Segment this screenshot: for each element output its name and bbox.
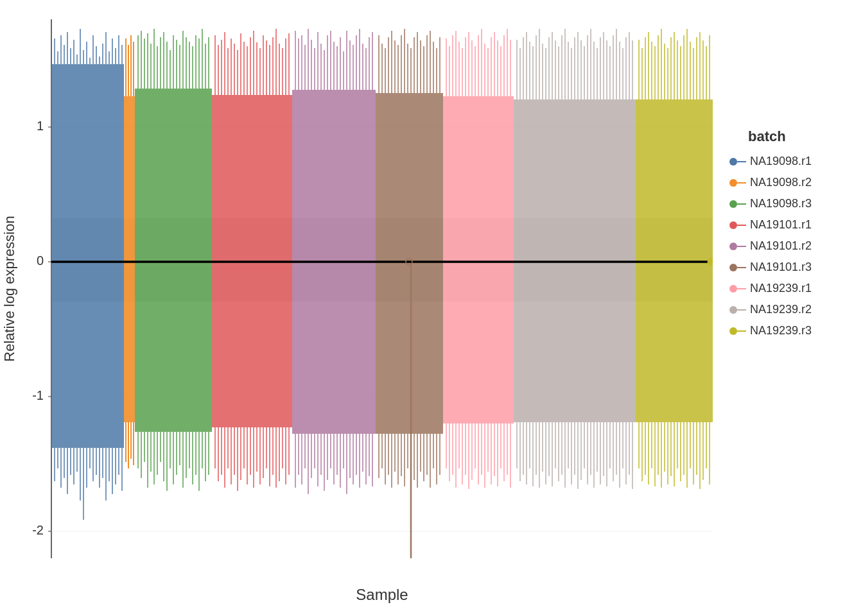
main-chart: 1 0 -1 -2 Relative log expression Sample	[0, 0, 863, 616]
ytick-label-minus1: -1	[32, 388, 44, 402]
svg-rect-207	[376, 93, 443, 262]
legend-dot-4	[729, 221, 737, 229]
batch-na19098-r1	[51, 29, 124, 520]
svg-rect-370	[636, 262, 713, 422]
batch-na19098-r3	[135, 29, 212, 491]
ytick-label-0: 0	[37, 253, 44, 268]
svg-rect-294	[514, 262, 636, 422]
legend-dot-3	[729, 200, 737, 208]
svg-rect-58	[135, 262, 212, 432]
svg-rect-57	[135, 89, 212, 262]
svg-rect-47	[124, 96, 135, 262]
svg-rect-106	[212, 262, 292, 427]
svg-rect-156	[292, 262, 376, 434]
legend-label-8: NA19239.r2	[750, 303, 812, 316]
legend-label-4: NA19101.r1	[750, 218, 812, 231]
legend-dot-7	[729, 285, 737, 293]
legend-dot-6	[729, 264, 737, 271]
ytick-label-minus2: -2	[32, 523, 44, 537]
legend-dot-2	[729, 179, 737, 187]
batch-na19101-r1	[212, 29, 292, 491]
svg-rect-105	[212, 95, 292, 262]
svg-rect-250	[443, 262, 514, 424]
x-axis-label: Sample	[356, 586, 408, 603]
svg-rect-48	[124, 262, 135, 422]
legend-dot-9	[729, 327, 737, 335]
legend-label-5: NA19101.r2	[750, 239, 812, 252]
svg-rect-1	[51, 64, 124, 262]
legend-label-9: NA19239.r3	[750, 324, 812, 337]
batch-na19098-r2	[124, 35, 135, 468]
legend-dot-1	[729, 158, 737, 166]
svg-rect-155	[292, 90, 376, 262]
svg-rect-208	[376, 262, 443, 434]
ytick-label-1: 1	[37, 119, 44, 133]
legend-label-3: NA19098.r3	[750, 197, 812, 210]
svg-rect-369	[636, 99, 713, 262]
legend-dot-8	[729, 306, 737, 314]
y-axis-label: Relative log expression	[1, 216, 17, 361]
legend-label-2: NA19098.r2	[750, 176, 812, 189]
svg-rect-293	[514, 99, 636, 262]
svg-rect-2	[51, 262, 124, 448]
legend-label-6: NA19101.r3	[750, 261, 812, 273]
legend-label-1: NA19098.r1	[750, 155, 812, 167]
svg-rect-249	[443, 96, 514, 262]
batch-na19239-r1	[443, 29, 514, 489]
chart-container: 1 0 -1 -2 Relative log expression Sample	[0, 0, 863, 616]
legend-dot-5	[729, 243, 737, 250]
legend-label-7: NA19239.r1	[750, 282, 812, 295]
legend-title: batch	[748, 128, 786, 144]
